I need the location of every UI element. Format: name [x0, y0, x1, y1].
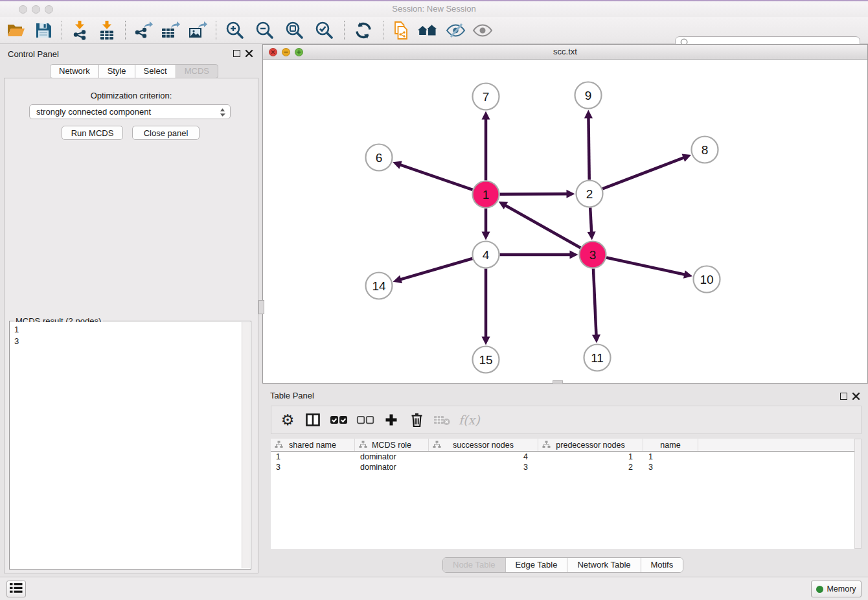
status-bar: Memory: [0, 577, 868, 600]
graph-node-15[interactable]: 15: [473, 347, 499, 373]
task-history-button[interactable]: [6, 581, 26, 597]
save-session-button[interactable]: [32, 19, 54, 42]
graph-edge-3-10[interactable]: [606, 258, 692, 279]
graph-edge-3-11[interactable]: [592, 268, 600, 343]
import-network-icon: [71, 21, 88, 40]
graph-node-4[interactable]: 4: [473, 242, 499, 268]
zoom-fit-button[interactable]: [282, 19, 307, 42]
zoom-in-button[interactable]: [223, 19, 247, 42]
export-table-button[interactable]: [159, 19, 181, 42]
open-session-button[interactable]: [5, 19, 27, 42]
network-view-window: scc.txt 1234678910111415: [262, 44, 868, 384]
tab-edge-table[interactable]: Edge Table: [505, 558, 567, 572]
table-panel-close-icon[interactable]: [852, 391, 860, 400]
export-network-button[interactable]: [132, 19, 154, 42]
refresh-button[interactable]: [351, 19, 376, 42]
graph-node-11[interactable]: 11: [584, 345, 611, 371]
delete-columns-button[interactable]: [408, 408, 425, 432]
column-header-mcds-role[interactable]: MCDS role: [355, 439, 429, 451]
graph-node-1[interactable]: 1: [473, 181, 499, 208]
zoom-in-icon: [225, 20, 246, 41]
graph-edge-4-14[interactable]: [393, 259, 473, 283]
column-header-shared-name[interactable]: shared name: [271, 439, 355, 451]
graph-edge-2-9[interactable]: [584, 110, 593, 179]
graph-node-6[interactable]: 6: [366, 144, 393, 171]
export-table-icon: [161, 21, 181, 40]
import-network-button[interactable]: [69, 19, 91, 42]
zoom-fit-icon: [284, 20, 305, 41]
table-panel-float-icon[interactable]: [840, 393, 847, 400]
add-column-button[interactable]: [383, 408, 400, 432]
table-cell: 4: [429, 452, 538, 462]
mcds-result-scrollbar[interactable]: [242, 322, 250, 568]
table-cell: 3: [643, 462, 698, 472]
table-panel-tabs: Node TableEdge TableNetwork TableMotifs: [442, 557, 683, 573]
show-hidden-button[interactable]: [472, 19, 494, 42]
close-panel-button[interactable]: Close panel: [132, 126, 200, 140]
tab-node-table[interactable]: Node Table: [443, 558, 505, 572]
table-toolbar: ⚙f(x): [271, 406, 862, 434]
result-line: 1: [14, 324, 242, 336]
table-cell: 1: [271, 452, 355, 462]
network-resize-grip[interactable]: [553, 380, 563, 384]
graph-node-7[interactable]: 7: [473, 84, 499, 110]
criterion-dropdown[interactable]: strongly connected component: [29, 104, 231, 119]
table-row[interactable]: 3dominator323: [271, 462, 854, 472]
run-mcds-button[interactable]: Run MCDS: [62, 126, 123, 140]
tab-network[interactable]: Network: [50, 64, 99, 78]
toolbar-separator: [125, 21, 126, 40]
graph-edge-1-4[interactable]: [482, 209, 490, 240]
tab-mcds[interactable]: MCDS: [176, 64, 218, 78]
column-settings-button[interactable]: ⚙: [279, 408, 296, 432]
control-panel-title: Control Panel: [8, 49, 59, 59]
graph-edge-3-1[interactable]: [499, 202, 581, 248]
svg-text:7: 7: [483, 90, 490, 104]
tab-select[interactable]: Select: [135, 64, 176, 78]
graph-node-2[interactable]: 2: [577, 181, 603, 207]
graph-node-14[interactable]: 14: [366, 273, 393, 299]
tab-style[interactable]: Style: [98, 64, 135, 78]
tab-network-table[interactable]: Network Table: [567, 558, 640, 572]
export-image-button[interactable]: [187, 19, 209, 42]
column-header-predecessor-nodes[interactable]: predecessor nodes: [538, 439, 643, 451]
panel-splitter-handle[interactable]: [258, 300, 264, 314]
table-scrollbar[interactable]: [854, 439, 862, 549]
network-canvas[interactable]: 1234678910111415: [263, 60, 867, 383]
graph-edge-2-3[interactable]: [588, 207, 596, 240]
graph-edge-1-6[interactable]: [393, 161, 472, 190]
trash-icon: [411, 413, 423, 427]
home-button[interactable]: [417, 19, 439, 42]
graph-edge-1-2[interactable]: [499, 190, 575, 198]
tab-motifs[interactable]: Motifs: [641, 558, 683, 572]
zoom-out-button[interactable]: [253, 19, 277, 42]
control-panel-close-icon[interactable]: [245, 49, 253, 57]
graph-node-8[interactable]: 8: [692, 137, 718, 163]
graph-node-3[interactable]: 3: [580, 242, 606, 268]
window-title: Session: New Session: [0, 4, 868, 14]
node-table: shared nameMCDS rolesuccessor nodesprede…: [271, 439, 854, 549]
import-table-button[interactable]: [96, 19, 118, 42]
graph-edge-1-7[interactable]: [482, 111, 490, 181]
table-row[interactable]: 1dominator411: [271, 452, 854, 462]
new-network-from-selection-button[interactable]: [390, 19, 412, 42]
table-cell: 1: [643, 452, 698, 462]
deselect-all-columns-button[interactable]: [356, 408, 374, 432]
select-all-columns-button[interactable]: [330, 408, 348, 432]
zoom-selected-button[interactable]: [312, 19, 337, 42]
column-header-successor-nodes[interactable]: successor nodes: [429, 439, 538, 451]
graph-edge-2-8[interactable]: [602, 154, 691, 189]
svg-text:10: 10: [700, 273, 713, 286]
hide-selected-button[interactable]: [444, 19, 466, 42]
hierarchy-icon: [542, 441, 551, 450]
toggle-panel-layout-button[interactable]: [304, 408, 321, 432]
graph-edge-4-15[interactable]: [482, 269, 490, 345]
graph-edge-4-3[interactable]: [500, 251, 578, 259]
control-panel-float-icon[interactable]: [233, 50, 240, 57]
memory-button[interactable]: Memory: [811, 581, 862, 597]
mcds-result-box: MCDS result (2 nodes) 13: [9, 321, 251, 570]
graph-node-10[interactable]: 10: [694, 266, 720, 293]
toolbar-separator: [216, 21, 217, 40]
column-header-name[interactable]: name: [643, 439, 698, 451]
graph-node-9[interactable]: 9: [575, 82, 602, 109]
svg-text:2: 2: [586, 187, 593, 201]
